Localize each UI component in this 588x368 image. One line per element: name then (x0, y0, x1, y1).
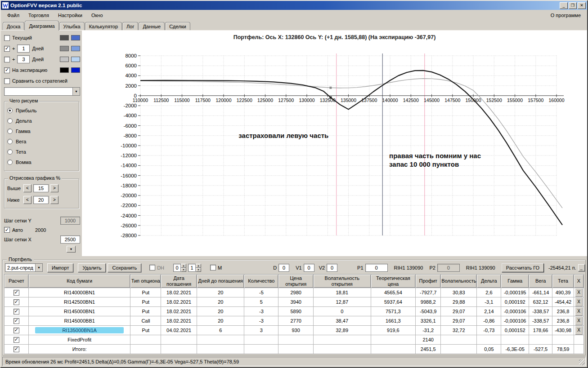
tab-Сделки[interactable]: Сделки (165, 22, 190, 31)
collapse-button[interactable]: _ (578, 264, 585, 271)
tab-Данные[interactable]: Данные (139, 22, 165, 31)
column-header[interactable]: Код бумаги (28, 275, 130, 288)
below-decrease-button[interactable]: < (23, 196, 31, 204)
column-header[interactable]: Дней до погашения (197, 275, 244, 288)
column-header[interactable]: Количество (244, 275, 278, 288)
tab-Улыбка[interactable]: Улыбка (59, 22, 85, 31)
row-delete-button[interactable]: X (575, 316, 583, 325)
code-cell[interactable]: RI145000BB1 (28, 316, 130, 326)
draw-option-Гамма[interactable]: Гамма (7, 126, 76, 136)
above-input[interactable] (33, 184, 49, 192)
column-header[interactable]: X (574, 275, 584, 288)
row-checkbox[interactable] (13, 346, 19, 352)
menu-item-Настройки[interactable]: Настройки (54, 11, 87, 20)
row-checkbox[interactable] (13, 299, 19, 305)
chevron-down-icon[interactable]: ▼ (72, 88, 80, 95)
close-button[interactable]: ✕ (578, 2, 586, 9)
code-cell[interactable]: FixedProfit (28, 335, 130, 345)
chevron-down-icon[interactable]: ▼ (35, 264, 42, 271)
column-header[interactable]: Цена открытия (278, 275, 314, 288)
spinner-down-icon[interactable]: ▼ (196, 268, 201, 272)
tab-Калькулятор[interactable]: Калькулятор (85, 22, 122, 31)
column-header[interactable]: Расчет (4, 275, 29, 288)
radio-icon[interactable] (7, 149, 13, 155)
spinner-up-icon[interactable]: ▲ (196, 264, 201, 268)
strategy-select[interactable]: 2.put-спред ▼ (5, 263, 43, 272)
spinner-down-icon[interactable]: ▼ (181, 268, 186, 272)
plus1-days-input[interactable] (17, 44, 30, 53)
dh-spinner-1-input[interactable] (173, 264, 181, 272)
tab-Диаграмма[interactable]: Диаграмма (25, 21, 58, 31)
row-checkbox[interactable] (13, 290, 19, 296)
profit-chart[interactable]: -28000-26000-24000-22000-20000-18000-160… (82, 42, 577, 244)
below-increase-button[interactable]: > (50, 196, 58, 204)
code-cell[interactable]: RI135000BN1A (28, 326, 130, 335)
row-delete-button[interactable]: X (575, 307, 583, 316)
radio-icon[interactable] (7, 160, 13, 165)
code-cell[interactable]: RI142500BN1 (28, 297, 130, 307)
calc-margin-button[interactable]: Рассчитать ГО (502, 263, 544, 272)
v2-input[interactable] (327, 264, 337, 272)
resize-grip[interactable] (579, 359, 585, 365)
column-header[interactable]: Профит (416, 275, 441, 288)
column-header[interactable]: Дельта (477, 275, 501, 288)
row-checkbox[interactable] (13, 318, 19, 324)
draw-option-Вомма[interactable]: Вомма (7, 157, 76, 167)
plus3-days-input[interactable] (17, 55, 30, 63)
scroll-down-button[interactable]: ▼ (67, 246, 76, 253)
above-decrease-button[interactable]: < (23, 184, 31, 192)
column-header[interactable]: Дата погашения (161, 275, 197, 288)
radio-icon[interactable] (7, 118, 13, 124)
expiration-checkbox[interactable] (4, 67, 10, 73)
row-delete-button[interactable]: X (575, 288, 583, 297)
v1-input[interactable] (304, 264, 314, 272)
code-cell[interactable]: RI140000BN1 (28, 288, 130, 297)
d-input[interactable] (278, 264, 289, 272)
row-delete-button[interactable]: X (575, 297, 583, 306)
column-header[interactable]: Вега (529, 275, 552, 288)
menu-item-Файл[interactable]: Файл (3, 11, 24, 20)
import-button[interactable]: Импорт (47, 263, 73, 272)
radio-icon[interactable] (7, 108, 13, 113)
row-delete-button[interactable]: X (575, 326, 583, 335)
row-checkbox[interactable] (13, 337, 19, 343)
radio-icon[interactable] (7, 129, 13, 134)
dh-checkbox[interactable] (149, 265, 155, 270)
draw-option-Вега[interactable]: Вега (7, 136, 76, 146)
column-header[interactable]: Теоретическая цена (371, 275, 416, 288)
column-header[interactable]: Тип опциона (130, 275, 161, 288)
column-header[interactable]: Волатильность открытия (314, 275, 371, 288)
compare-strategy-select[interactable]: ▼ (4, 87, 80, 96)
compare-strategy-checkbox[interactable] (4, 78, 10, 84)
auto-checkbox[interactable] (4, 227, 10, 233)
above-increase-button[interactable]: > (50, 184, 58, 192)
plus1-checkbox[interactable] (4, 46, 10, 52)
column-header[interactable]: Гамма (501, 275, 529, 288)
tab-Лог[interactable]: Лог (122, 22, 138, 31)
menu-item-about[interactable]: О программе (546, 11, 585, 20)
draw-option-Прибыль[interactable]: Прибыль (7, 105, 76, 115)
column-header[interactable]: Волатильность (441, 275, 477, 288)
grid-step-x-input[interactable] (60, 235, 80, 244)
radio-icon[interactable] (7, 139, 13, 144)
code-cell[interactable]: RI145000BN1 (28, 307, 130, 316)
row-checkbox[interactable] (13, 328, 19, 333)
tab-Доска[interactable]: Доска (3, 22, 24, 31)
p1-input[interactable] (365, 264, 388, 272)
column-header[interactable]: Тета (552, 275, 574, 288)
row-checkbox[interactable] (13, 309, 19, 315)
delete-button[interactable]: Удалить (78, 263, 106, 272)
spinner-up-icon[interactable]: ▲ (181, 264, 186, 268)
minimize-button[interactable]: _ (560, 2, 568, 9)
below-input[interactable] (33, 196, 49, 204)
plus3-checkbox[interactable] (4, 57, 10, 62)
code-cell[interactable]: Итого: (28, 345, 130, 354)
save-button[interactable]: Сохранить (108, 263, 141, 272)
draw-option-Тета[interactable]: Тета (7, 146, 76, 157)
menu-item-Торговля[interactable]: Торговля (24, 11, 54, 20)
current-checkbox[interactable] (4, 35, 10, 41)
maximize-button[interactable]: ❐ (569, 2, 577, 9)
menu-item-Окно[interactable]: Окно (87, 11, 108, 20)
draw-option-Дельта[interactable]: Дельта (7, 115, 76, 126)
dh-spinner-2-input[interactable] (188, 264, 196, 272)
